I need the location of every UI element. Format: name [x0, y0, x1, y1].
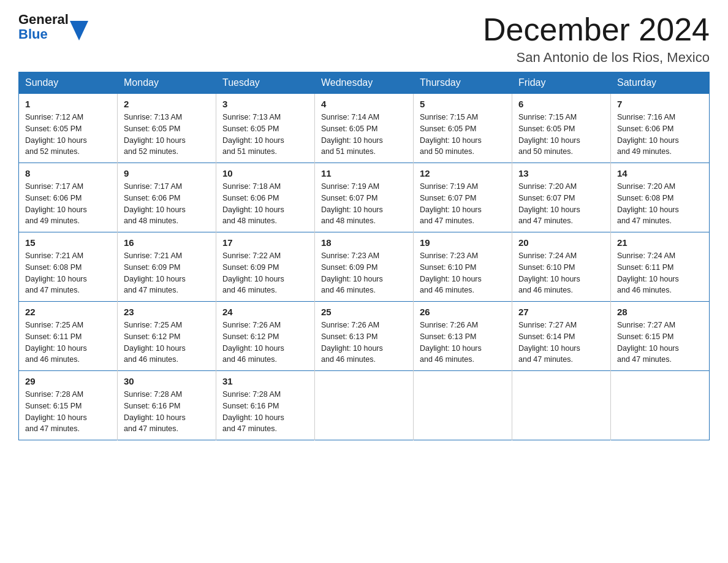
day-number: 5 — [420, 99, 506, 109]
day-info: Sunrise: 7:13 AMSunset: 6:05 PMDaylight:… — [222, 112, 308, 158]
table-row: 20Sunrise: 7:24 AMSunset: 6:10 PMDayligh… — [512, 232, 611, 302]
day-number: 12 — [420, 168, 506, 178]
day-info: Sunrise: 7:24 AMSunset: 6:10 PMDaylight:… — [518, 250, 604, 296]
day-number: 27 — [518, 307, 604, 317]
day-info: Sunrise: 7:20 AMSunset: 6:08 PMDaylight:… — [617, 181, 703, 227]
header-monday: Monday — [118, 72, 216, 94]
table-row: 18Sunrise: 7:23 AMSunset: 6:09 PMDayligh… — [315, 232, 414, 302]
calendar-week-row: 15Sunrise: 7:21 AMSunset: 6:08 PMDayligh… — [19, 232, 710, 302]
table-row: 10Sunrise: 7:18 AMSunset: 6:06 PMDayligh… — [216, 163, 315, 232]
day-info: Sunrise: 7:12 AMSunset: 6:05 PMDaylight:… — [25, 112, 111, 158]
day-number: 21 — [617, 237, 703, 248]
day-number: 24 — [222, 307, 308, 317]
day-info: Sunrise: 7:17 AMSunset: 6:06 PMDaylight:… — [124, 181, 210, 227]
day-number: 18 — [321, 237, 407, 248]
day-number: 19 — [420, 237, 506, 248]
day-number: 10 — [222, 168, 308, 178]
table-row: 15Sunrise: 7:21 AMSunset: 6:08 PMDayligh… — [19, 232, 118, 302]
location-title: San Antonio de los Rios, Mexico — [483, 50, 710, 66]
table-row: 23Sunrise: 7:25 AMSunset: 6:12 PMDayligh… — [118, 302, 216, 371]
day-number: 20 — [518, 237, 604, 248]
table-row: 1Sunrise: 7:12 AMSunset: 6:05 PMDaylight… — [19, 94, 118, 163]
table-row: 6Sunrise: 7:15 AMSunset: 6:05 PMDaylight… — [512, 94, 611, 163]
day-info: Sunrise: 7:17 AMSunset: 6:06 PMDaylight:… — [25, 181, 111, 227]
table-row: 8Sunrise: 7:17 AMSunset: 6:06 PMDaylight… — [19, 163, 118, 232]
header-sunday: Sunday — [19, 72, 118, 94]
table-row: 7Sunrise: 7:16 AMSunset: 6:06 PMDaylight… — [611, 94, 710, 163]
table-row: 11Sunrise: 7:19 AMSunset: 6:07 PMDayligh… — [315, 163, 414, 232]
table-row: 26Sunrise: 7:26 AMSunset: 6:13 PMDayligh… — [414, 302, 512, 371]
day-number: 2 — [124, 99, 210, 109]
month-title: December 2024 — [483, 12, 710, 47]
table-row: 3Sunrise: 7:13 AMSunset: 6:05 PMDaylight… — [216, 94, 315, 163]
calendar-week-row: 29Sunrise: 7:28 AMSunset: 6:15 PMDayligh… — [19, 371, 710, 440]
calendar-week-row: 22Sunrise: 7:25 AMSunset: 6:11 PMDayligh… — [19, 302, 710, 371]
day-number: 7 — [617, 99, 703, 109]
day-number: 28 — [617, 307, 703, 317]
calendar-header-row: Sunday Monday Tuesday Wednesday Thursday… — [19, 72, 710, 94]
day-number: 6 — [518, 99, 604, 109]
page-header: General Blue December 2024 San Antonio d… — [18, 12, 710, 66]
table-row: 12Sunrise: 7:19 AMSunset: 6:07 PMDayligh… — [414, 163, 512, 232]
day-info: Sunrise: 7:23 AMSunset: 6:09 PMDaylight:… — [321, 250, 407, 296]
day-info: Sunrise: 7:15 AMSunset: 6:05 PMDaylight:… — [420, 112, 506, 158]
day-number: 14 — [617, 168, 703, 178]
table-row: 27Sunrise: 7:27 AMSunset: 6:14 PMDayligh… — [512, 302, 611, 371]
table-row: 14Sunrise: 7:20 AMSunset: 6:08 PMDayligh… — [611, 163, 710, 232]
day-number: 9 — [124, 168, 210, 178]
day-info: Sunrise: 7:22 AMSunset: 6:09 PMDaylight:… — [222, 250, 308, 296]
day-number: 15 — [25, 237, 111, 248]
day-info: Sunrise: 7:19 AMSunset: 6:07 PMDaylight:… — [420, 181, 506, 227]
table-row — [512, 371, 611, 440]
day-info: Sunrise: 7:23 AMSunset: 6:10 PMDaylight:… — [420, 250, 506, 296]
table-row: 29Sunrise: 7:28 AMSunset: 6:15 PMDayligh… — [19, 371, 118, 440]
header-tuesday: Tuesday — [216, 72, 315, 94]
day-number: 16 — [124, 237, 210, 248]
day-number: 31 — [222, 376, 308, 386]
day-info: Sunrise: 7:13 AMSunset: 6:05 PMDaylight:… — [124, 112, 210, 158]
day-info: Sunrise: 7:14 AMSunset: 6:05 PMDaylight:… — [321, 112, 407, 158]
table-row: 28Sunrise: 7:27 AMSunset: 6:15 PMDayligh… — [611, 302, 710, 371]
logo-arrow-icon — [70, 21, 88, 40]
calendar-table: Sunday Monday Tuesday Wednesday Thursday… — [18, 72, 710, 440]
day-number: 26 — [420, 307, 506, 317]
table-row: 4Sunrise: 7:14 AMSunset: 6:05 PMDaylight… — [315, 94, 414, 163]
day-info: Sunrise: 7:26 AMSunset: 6:13 PMDaylight:… — [420, 320, 506, 366]
day-info: Sunrise: 7:25 AMSunset: 6:11 PMDaylight:… — [25, 320, 111, 366]
table-row: 17Sunrise: 7:22 AMSunset: 6:09 PMDayligh… — [216, 232, 315, 302]
day-info: Sunrise: 7:28 AMSunset: 6:15 PMDaylight:… — [25, 389, 111, 435]
day-number: 13 — [518, 168, 604, 178]
table-row: 9Sunrise: 7:17 AMSunset: 6:06 PMDaylight… — [118, 163, 216, 232]
day-info: Sunrise: 7:16 AMSunset: 6:06 PMDaylight:… — [617, 112, 703, 158]
day-info: Sunrise: 7:24 AMSunset: 6:11 PMDaylight:… — [617, 250, 703, 296]
day-number: 8 — [25, 168, 111, 178]
table-row: 25Sunrise: 7:26 AMSunset: 6:13 PMDayligh… — [315, 302, 414, 371]
logo-blue: Blue — [18, 27, 48, 42]
day-number: 3 — [222, 99, 308, 109]
svg-marker-0 — [70, 21, 88, 40]
day-info: Sunrise: 7:19 AMSunset: 6:07 PMDaylight:… — [321, 181, 407, 227]
table-row — [414, 371, 512, 440]
table-row: 16Sunrise: 7:21 AMSunset: 6:09 PMDayligh… — [118, 232, 216, 302]
day-info: Sunrise: 7:20 AMSunset: 6:07 PMDaylight:… — [518, 181, 604, 227]
day-info: Sunrise: 7:27 AMSunset: 6:15 PMDaylight:… — [617, 320, 703, 366]
day-info: Sunrise: 7:15 AMSunset: 6:05 PMDaylight:… — [518, 112, 604, 158]
table-row: 19Sunrise: 7:23 AMSunset: 6:10 PMDayligh… — [414, 232, 512, 302]
table-row: 13Sunrise: 7:20 AMSunset: 6:07 PMDayligh… — [512, 163, 611, 232]
day-number: 1 — [25, 99, 111, 109]
day-number: 4 — [321, 99, 407, 109]
day-number: 23 — [124, 307, 210, 317]
day-number: 25 — [321, 307, 407, 317]
day-number: 11 — [321, 168, 407, 178]
day-number: 30 — [124, 376, 210, 386]
day-info: Sunrise: 7:27 AMSunset: 6:14 PMDaylight:… — [518, 320, 604, 366]
table-row — [611, 371, 710, 440]
table-row: 30Sunrise: 7:28 AMSunset: 6:16 PMDayligh… — [118, 371, 216, 440]
day-info: Sunrise: 7:28 AMSunset: 6:16 PMDaylight:… — [124, 389, 210, 435]
calendar-week-row: 1Sunrise: 7:12 AMSunset: 6:05 PMDaylight… — [19, 94, 710, 163]
header-saturday: Saturday — [611, 72, 710, 94]
header-thursday: Thursday — [414, 72, 512, 94]
calendar-week-row: 8Sunrise: 7:17 AMSunset: 6:06 PMDaylight… — [19, 163, 710, 232]
day-number: 22 — [25, 307, 111, 317]
day-info: Sunrise: 7:28 AMSunset: 6:16 PMDaylight:… — [222, 389, 308, 435]
